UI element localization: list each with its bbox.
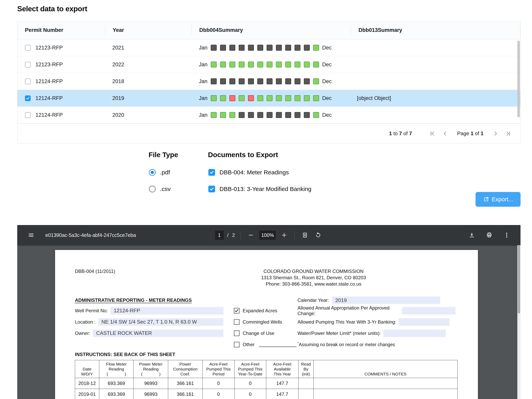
- document-checkbox[interactable]: [208, 169, 215, 176]
- pdf-scrollbar[interactable]: [517, 245, 520, 399]
- permit-number: 12123-RFP: [35, 62, 63, 68]
- pdf-section-row: ADMINISTRATIVE REPORTING - METER READING…: [75, 295, 456, 305]
- rotate-icon[interactable]: [313, 230, 323, 240]
- column-header-permit-number[interactable]: Permit Number: [17, 21, 105, 39]
- row-checkbox[interactable]: [25, 95, 31, 101]
- pdf-field-value[interactable]: [399, 318, 450, 326]
- month-square-green: [266, 62, 272, 68]
- first-page-button[interactable]: [429, 130, 436, 137]
- row-checkbox[interactable]: [25, 62, 31, 68]
- pdf-table-cell: 2018-12: [75, 378, 99, 389]
- month-square-dark: [220, 45, 226, 51]
- row-checkbox[interactable]: [25, 79, 31, 84]
- month-square-dark: [295, 112, 300, 118]
- document-option[interactable]: DBB-013: 3-Year Modified Banking: [208, 184, 311, 194]
- pdf-col-header: Acre-FeetPumped ThisPeriod: [203, 360, 234, 378]
- export-button[interactable]: Export...: [475, 192, 520, 207]
- month-square-dark: [285, 112, 291, 118]
- month-square-green: [211, 62, 217, 68]
- table-row[interactable]: 12124-RFP2019JanDec[object Object]: [17, 90, 520, 107]
- table-row[interactable]: 12123-RFP2022JanDec: [17, 56, 520, 73]
- radio-selected-icon[interactable]: [149, 169, 156, 176]
- pdf-field-value[interactable]: [383, 330, 446, 337]
- month-end-label: Dec: [322, 112, 332, 118]
- month-square-dark: [248, 78, 254, 84]
- download-icon[interactable]: [467, 230, 476, 240]
- column-header-dbb013summary[interactable]: Dbb013Summary: [351, 21, 520, 39]
- pdf-form-line: Owner:CASTLE ROCK WATERChange of UseWate…: [75, 328, 456, 339]
- pdf-field-value[interactable]: CASTLE ROCK WATER: [93, 330, 223, 337]
- month-square-dark: [248, 112, 254, 118]
- previous-page-button[interactable]: [441, 130, 449, 137]
- next-page-button[interactable]: [492, 130, 499, 137]
- row-checkbox[interactable]: [25, 45, 31, 51]
- pdf-field-value[interactable]: 12124-RFP: [111, 307, 223, 314]
- month-square-green: [220, 62, 226, 68]
- table-row[interactable]: 12124-RFP2018JanDec: [17, 73, 520, 90]
- pdf-table-row: 2019-01693.36996993366.16100147.7: [75, 389, 457, 399]
- column-header-dbb004summary[interactable]: Dbb004Summary: [192, 21, 351, 39]
- pdf-viewer: e01390ac-5a3c-4efa-abf4-247cc5ce7eba 1 /…: [17, 225, 520, 399]
- pdf-table-cell: [298, 378, 314, 389]
- pdf-toolbar-right: [467, 230, 511, 240]
- page-number-input[interactable]: 1: [215, 231, 224, 240]
- pdf-form-line: Other*Assuming no break on record or met…: [75, 339, 456, 350]
- calendar-year-field[interactable]: 2019: [332, 296, 440, 304]
- print-icon[interactable]: [484, 230, 494, 240]
- data-grid: Permit Number Year Dbb004Summary Dbb013S…: [17, 21, 520, 143]
- document-option[interactable]: DBB-004: Meter Readings: [208, 168, 311, 177]
- column-header-year[interactable]: Year: [105, 21, 192, 39]
- fit-page-icon[interactable]: [300, 230, 310, 240]
- more-options-icon[interactable]: [502, 230, 511, 240]
- year-cell: 2018: [105, 78, 192, 85]
- pdf-field-value[interactable]: [402, 307, 456, 314]
- file-type-option[interactable]: .pdf: [149, 168, 171, 177]
- month-square-red: [229, 95, 235, 101]
- column-header-label: Dbb004Summary: [199, 27, 243, 33]
- pdf-checkbox[interactable]: [234, 330, 240, 336]
- table-row[interactable]: 12123-RFP2021JanDec: [17, 39, 520, 56]
- zoom-out-icon[interactable]: [246, 230, 256, 240]
- year-cell: 2020: [105, 112, 192, 118]
- range-from: 1: [389, 131, 392, 136]
- month-square-green: [239, 95, 245, 101]
- permit-number: 12124-RFP: [35, 78, 63, 85]
- menu-icon[interactable]: [26, 230, 36, 240]
- month-square-dark: [276, 112, 282, 118]
- pdf-col-header: Power MeterReading( ): [134, 360, 168, 378]
- month-square-dark: [211, 45, 217, 51]
- scrollbar-thumb[interactable]: [517, 41, 520, 117]
- pdf-col-header: Acre-FeetPumped ThisYear-To-Date: [234, 360, 266, 378]
- permit-number: 12124-RFP: [35, 95, 63, 101]
- pdf-table-row: 2018-12693.36996993366.16100147.7: [75, 378, 457, 389]
- form-code: DBB-004 (11/2011): [75, 268, 115, 274]
- year-cell: 2019: [105, 95, 192, 101]
- pdf-checkbox[interactable]: [234, 342, 240, 347]
- range-total: 7: [409, 131, 412, 136]
- page-separator: /: [227, 232, 228, 238]
- document-label: DBB-013: 3-Year Modified Banking: [219, 186, 311, 192]
- month-end-label: Dec: [322, 78, 332, 85]
- scrollbar-thumb[interactable]: [518, 246, 520, 313]
- zoom-level[interactable]: 100%: [259, 231, 276, 240]
- pdf-field-value[interactable]: NE 1/4 SW 1/4 Sec 27, T 1.0 N, R 63.0 W: [98, 318, 223, 326]
- grid-scrollbar[interactable]: [517, 40, 520, 123]
- org-name: COLORADO GROUND WATER COMMISSION: [154, 268, 473, 274]
- radio-unselected-icon[interactable]: [149, 186, 156, 192]
- table-row[interactable]: 12124-RFP2020JanDec: [17, 107, 520, 124]
- column-header-label: Year: [113, 27, 124, 33]
- month-square-dark: [239, 78, 245, 84]
- dbb004-summary-cell: JanDec: [192, 45, 351, 51]
- file-type-option[interactable]: .csv: [149, 184, 171, 194]
- pdf-col-header: DateM/D/Y: [75, 360, 99, 378]
- pdf-col-header: Flow MeterReading( ): [99, 360, 134, 378]
- pdf-checkbox[interactable]: [234, 319, 240, 325]
- last-page-button[interactable]: [505, 130, 512, 137]
- zoom-in-icon[interactable]: [279, 230, 289, 240]
- pdf-checkbox[interactable]: [234, 308, 240, 313]
- document-checkbox[interactable]: [208, 186, 215, 192]
- section-title: ADMINISTRATIVE REPORTING - METER READING…: [75, 298, 192, 303]
- row-checkbox[interactable]: [25, 112, 31, 118]
- month-square-dark: [304, 45, 310, 51]
- month-square-dark: [266, 45, 272, 51]
